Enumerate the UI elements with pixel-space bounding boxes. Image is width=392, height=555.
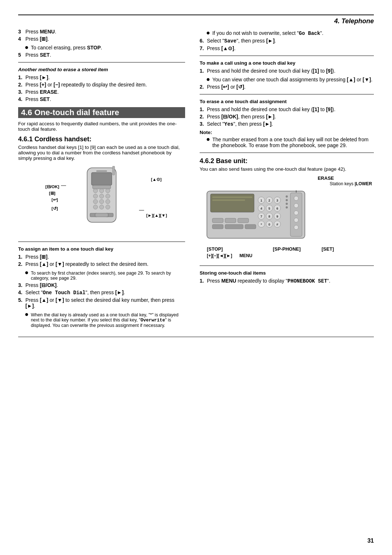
step-5: 5 Press SET. (18, 52, 185, 58)
svg-rect-54 (225, 224, 243, 229)
rt-step-6-num: 6. (200, 38, 205, 44)
mc-step-2: 2. Press [↩] or [↺]. (200, 84, 374, 90)
svg-point-10 (99, 199, 104, 204)
header-rule (18, 15, 374, 15)
step-5-num: 5 (18, 52, 23, 58)
note-section: Note: ● The number erased from a one tou… (200, 129, 374, 148)
storing-step-1-text: Press MENU repeatedly to display "PHONEB… (207, 278, 374, 284)
rt-step-7-num: 7. (200, 45, 205, 51)
svg-rect-24 (212, 197, 252, 198)
bullet-icon-note: ● (206, 136, 210, 142)
page-number: 31 (367, 538, 374, 544)
section-rule-rt3 (200, 153, 374, 153)
svg-point-65 (286, 203, 288, 205)
am-step-4: 4. Press SET. (18, 96, 185, 102)
svg-point-13 (99, 205, 104, 209)
mc-step-1-num: 1. (200, 68, 205, 74)
rt-step-6-text: Select "Save", then press [►]. (207, 38, 374, 44)
svg-text:#: # (276, 223, 278, 226)
er-step-1-num: 1. (200, 106, 205, 112)
section-4-6-header: 4.6 One-touch dial feature (18, 107, 185, 118)
am-step-2-num: 2. (18, 82, 23, 88)
step-4-bullet: ● To cancel erasing, press STOP. (18, 43, 185, 50)
svg-rect-18 (95, 213, 108, 217)
am-step-1-num: 1. (18, 74, 23, 80)
svg-rect-53 (212, 224, 223, 229)
bullet-icon: ● (25, 44, 29, 50)
storing-title: Storing one-touch dial items (200, 270, 374, 276)
er-step-3-num: 3. (200, 121, 205, 127)
section-4-6-2-title: 4.6.2 Base unit: (200, 157, 374, 165)
am-step-2: 2. Press [+] or [−] repeatedly to displa… (18, 82, 185, 88)
am-step-3: 3. Press ERASE. (18, 89, 185, 95)
am-step-4-text: Press SET. (25, 96, 185, 102)
note-text: The number erased from a one touch dial … (212, 137, 374, 148)
bullet-icon-3: ● (25, 311, 29, 317)
assign-step-4-num: 4. (18, 289, 23, 295)
svg-rect-52 (238, 218, 249, 223)
svg-point-5 (106, 189, 110, 193)
main-content: 3 Press MENU. 4 Press [⊞]. ● To cancel e… (18, 29, 374, 329)
assign-step-3: 3. Press [⊟/OK]. (18, 282, 185, 288)
bullet-icon-rt1: ● (206, 29, 210, 36)
assign-step-2-text: Press [▲] or [▼] repeatedly to select th… (25, 261, 185, 267)
am-step-4-num: 4. (18, 96, 23, 102)
note-bullet: ● The number erased from a one touch dia… (200, 135, 374, 148)
phone-label-speaker: [▲⊙] (151, 177, 162, 182)
svg-text:8: 8 (268, 215, 270, 218)
assign-step-5-bullet: ● When the dial key is already used as a… (18, 310, 185, 328)
step-4-bullet-text: To cancel erasing, press STOP. (31, 45, 102, 50)
another-method-title: Another method to erase a stored item (18, 67, 185, 72)
svg-rect-51 (225, 218, 236, 223)
base-label-spphone-div: [SP-PHONE] (273, 246, 301, 252)
svg-point-8 (106, 194, 110, 198)
assign-step-4-text: Select "One Touch Dial", then press [►]. (25, 289, 185, 296)
page: 4. Telephone 3 Press MENU. 4 Press [⊞]. … (0, 0, 392, 555)
assign-step-2-bullet-text: To search by first character (index sear… (31, 271, 185, 281)
svg-text:3: 3 (276, 199, 278, 202)
svg-point-60 (294, 218, 298, 222)
er-step-2-num: 2. (200, 114, 205, 119)
svg-rect-2 (96, 170, 107, 172)
svg-text:9: 9 (276, 215, 278, 218)
chapter-title: 4. Telephone (334, 17, 374, 25)
section-4-6-1-title: 4.6.1 Cordless handset: (18, 135, 185, 143)
mc-step-1-bullet-text: You can view other one touch dial assign… (212, 77, 372, 82)
assign-step-5-num: 5. (18, 297, 23, 303)
svg-point-6 (93, 194, 98, 198)
svg-point-9 (93, 199, 98, 204)
step-4: 4 Press [⊞]. (18, 36, 185, 42)
svg-text:1: 1 (260, 199, 262, 202)
base-label-station: Station keys |LOWER (330, 181, 372, 186)
base-arrows-text: [+][−][◄][►] (207, 253, 232, 258)
base-label-set-div: [SET] (322, 246, 334, 252)
svg-point-57 (294, 196, 298, 200)
assign-step-5-bullet-text: When the dial key is already used as a o… (31, 312, 185, 328)
svg-rect-50 (212, 218, 223, 223)
base-label-menu: MENU (240, 253, 252, 258)
arrow-navkeys (139, 209, 144, 212)
am-step-1-text: Press [►]. (25, 74, 185, 80)
er-step-3: 3. Select "Yes", then press [►]. (200, 121, 374, 127)
rt-step-7: 7. Press [▲⊙]. (200, 45, 374, 51)
rt-step-6: 6. Select "Save", then press [►]. (200, 38, 374, 44)
base-unit-svg: 1 2 3 4 5 6 7 8 9 * 0 # (203, 187, 341, 246)
phone-label-navkeys: [►][▲][▼] (146, 213, 167, 218)
mc-step-1: 1. Press and hold the desired one touch … (200, 68, 374, 74)
mc-step-2-num: 2. (200, 84, 205, 90)
svg-point-58 (294, 203, 298, 208)
svg-point-11 (106, 199, 110, 204)
step-3-text: Press MENU. (25, 29, 185, 35)
rt-step-1-bullet: ● If you do not wish to overwrite, selec… (200, 29, 374, 36)
svg-text:2: 2 (268, 199, 270, 202)
phone-image: [⊟/OK] [⊞] [↩] [↺] [▲⊙] [►][▲][▼] (18, 165, 185, 237)
step-4-text: Press [⊞]. (25, 36, 185, 42)
section-rule-1 (18, 62, 185, 62)
make-call-title: To make a call using a one touch dial ke… (200, 60, 374, 66)
rt-step-1-bullet-text: If you do not wish to overwrite, select … (212, 30, 323, 36)
base-label-set: SET (323, 246, 332, 252)
phone-label-phonebook: [⊞] (49, 191, 56, 196)
section-4-6-title: 4.6 One-touch dial feature (21, 108, 182, 117)
svg-rect-15 (93, 185, 111, 189)
svg-point-61 (294, 225, 298, 230)
